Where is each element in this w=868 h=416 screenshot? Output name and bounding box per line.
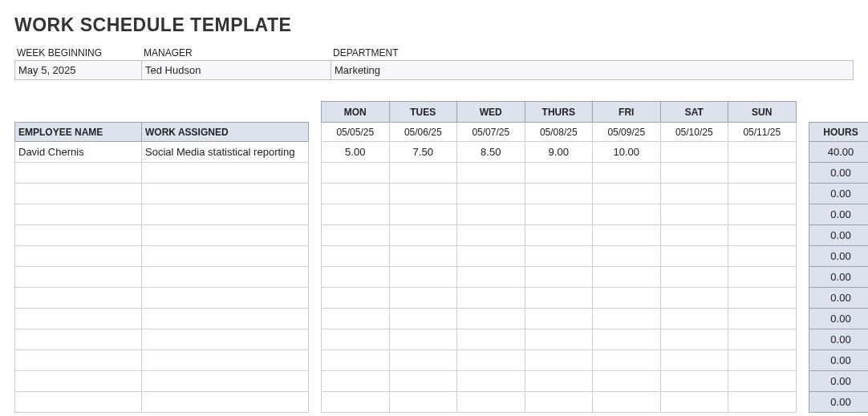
hours-fri[interactable] xyxy=(593,163,661,184)
hours-thu[interactable] xyxy=(525,267,593,288)
hours-sun[interactable] xyxy=(728,142,797,163)
hours-fri[interactable] xyxy=(593,184,661,204)
hours-wed[interactable] xyxy=(457,204,525,225)
hours-tue[interactable] xyxy=(389,204,457,225)
hours-fri[interactable] xyxy=(593,267,661,288)
hours-sat[interactable] xyxy=(660,288,728,309)
work-cell[interactable] xyxy=(142,392,309,413)
hours-thu[interactable]: 9.00 xyxy=(525,142,593,163)
hours-wed[interactable] xyxy=(457,329,525,350)
hours-sat[interactable] xyxy=(660,350,728,371)
employee-cell[interactable] xyxy=(15,288,142,309)
work-cell[interactable]: Social Media statistical reporting xyxy=(142,142,309,163)
hours-fri[interactable] xyxy=(593,371,661,392)
work-cell[interactable] xyxy=(142,371,309,392)
hours-mon[interactable] xyxy=(322,184,390,204)
hours-fri[interactable] xyxy=(593,225,661,246)
hours-thu[interactable] xyxy=(525,392,593,413)
hours-tue[interactable] xyxy=(389,288,457,309)
hours-mon[interactable] xyxy=(322,309,390,329)
hours-thu[interactable] xyxy=(525,225,593,246)
hours-mon[interactable] xyxy=(322,371,390,392)
hours-fri[interactable] xyxy=(593,309,661,329)
hours-mon[interactable] xyxy=(322,246,390,267)
week-beginning-value[interactable]: May 5, 2025 xyxy=(15,61,142,79)
work-cell[interactable] xyxy=(142,184,309,204)
hours-mon[interactable] xyxy=(322,225,390,246)
hours-fri[interactable] xyxy=(593,246,661,267)
hours-sat[interactable] xyxy=(660,225,728,246)
hours-sat[interactable] xyxy=(660,329,728,350)
hours-tue[interactable] xyxy=(389,309,457,329)
hours-thu[interactable] xyxy=(525,204,593,225)
hours-mon[interactable]: 5.00 xyxy=(322,142,390,163)
hours-tue[interactable] xyxy=(389,163,457,184)
hours-sat[interactable] xyxy=(660,267,728,288)
hours-thu[interactable] xyxy=(525,371,593,392)
hours-thu[interactable] xyxy=(525,329,593,350)
hours-fri[interactable] xyxy=(593,350,661,371)
employee-cell[interactable] xyxy=(15,350,142,371)
employee-cell[interactable]: David Chernis xyxy=(15,142,142,163)
hours-mon[interactable] xyxy=(322,350,390,371)
hours-wed[interactable] xyxy=(457,350,525,371)
hours-tue[interactable] xyxy=(389,392,457,413)
hours-thu[interactable] xyxy=(525,163,593,184)
hours-mon[interactable] xyxy=(322,288,390,309)
hours-sun[interactable] xyxy=(728,288,797,309)
hours-wed[interactable] xyxy=(457,392,525,413)
hours-mon[interactable] xyxy=(322,267,390,288)
hours-fri[interactable] xyxy=(593,288,661,309)
hours-tue[interactable] xyxy=(389,350,457,371)
hours-wed[interactable] xyxy=(457,267,525,288)
work-cell[interactable] xyxy=(142,204,309,225)
work-cell[interactable] xyxy=(142,267,309,288)
hours-wed[interactable] xyxy=(457,309,525,329)
employee-cell[interactable] xyxy=(15,163,142,184)
work-cell[interactable] xyxy=(142,163,309,184)
hours-fri[interactable] xyxy=(593,392,661,413)
hours-sun[interactable] xyxy=(728,392,797,413)
hours-sat[interactable] xyxy=(660,392,728,413)
employee-cell[interactable] xyxy=(15,246,142,267)
hours-fri[interactable]: 10.00 xyxy=(593,142,661,163)
hours-thu[interactable] xyxy=(525,309,593,329)
hours-sun[interactable] xyxy=(728,329,797,350)
hours-mon[interactable] xyxy=(322,329,390,350)
hours-thu[interactable] xyxy=(525,184,593,204)
employee-cell[interactable] xyxy=(15,392,142,413)
hours-wed[interactable] xyxy=(457,163,525,184)
hours-mon[interactable] xyxy=(322,392,390,413)
hours-wed[interactable]: 8.50 xyxy=(457,142,525,163)
work-cell[interactable] xyxy=(142,309,309,329)
hours-wed[interactable] xyxy=(457,225,525,246)
hours-sat[interactable] xyxy=(660,163,728,184)
hours-thu[interactable] xyxy=(525,288,593,309)
hours-sat[interactable] xyxy=(660,309,728,329)
hours-thu[interactable] xyxy=(525,350,593,371)
hours-tue[interactable]: 7.50 xyxy=(389,142,457,163)
employee-cell[interactable] xyxy=(15,204,142,225)
hours-mon[interactable] xyxy=(322,163,390,184)
hours-sun[interactable] xyxy=(728,225,797,246)
employee-cell[interactable] xyxy=(15,329,142,350)
hours-thu[interactable] xyxy=(525,246,593,267)
hours-tue[interactable] xyxy=(389,184,457,204)
employee-cell[interactable] xyxy=(15,225,142,246)
hours-wed[interactable] xyxy=(457,184,525,204)
hours-sun[interactable] xyxy=(728,184,797,204)
employee-cell[interactable] xyxy=(15,267,142,288)
hours-sun[interactable] xyxy=(728,371,797,392)
hours-tue[interactable] xyxy=(389,225,457,246)
hours-tue[interactable] xyxy=(389,267,457,288)
work-cell[interactable] xyxy=(142,329,309,350)
hours-sat[interactable] xyxy=(660,204,728,225)
work-cell[interactable] xyxy=(142,225,309,246)
hours-sun[interactable] xyxy=(728,204,797,225)
hours-sun[interactable] xyxy=(728,267,797,288)
hours-sun[interactable] xyxy=(728,163,797,184)
work-cell[interactable] xyxy=(142,288,309,309)
employee-cell[interactable] xyxy=(15,309,142,329)
hours-sat[interactable] xyxy=(660,184,728,204)
employee-cell[interactable] xyxy=(15,184,142,204)
